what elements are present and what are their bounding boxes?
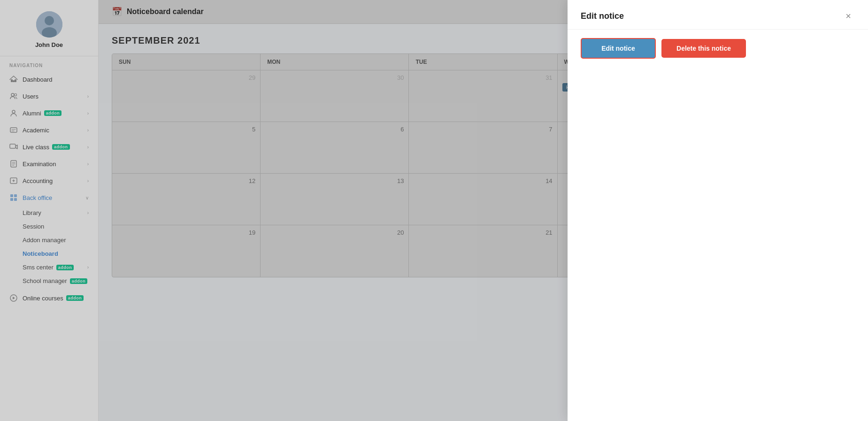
- panel-title: Edit notice: [581, 11, 624, 21]
- overlay-backdrop: Edit notice × Edit notice Delete this no…: [0, 0, 868, 421]
- edit-notice-button[interactable]: Edit notice: [581, 38, 656, 59]
- panel-actions: Edit notice Delete this notice: [568, 30, 868, 67]
- side-panel: Edit notice × Edit notice Delete this no…: [568, 0, 868, 421]
- panel-close-button[interactable]: ×: [842, 9, 855, 23]
- panel-header: Edit notice ×: [568, 0, 868, 30]
- delete-notice-button[interactable]: Delete this notice: [661, 39, 746, 58]
- panel-body: [568, 67, 868, 421]
